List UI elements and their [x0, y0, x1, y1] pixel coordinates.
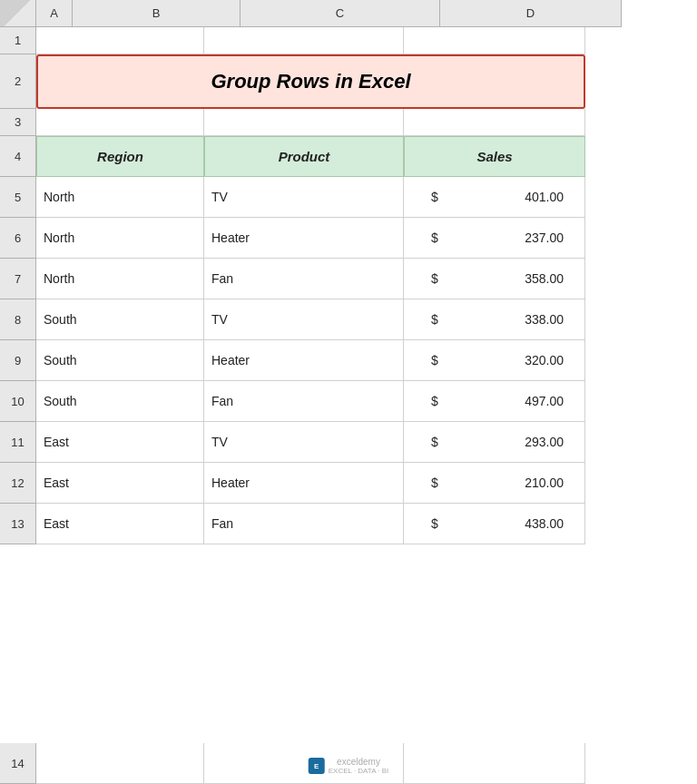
cell-sales-5[interactable]: $ 401.00: [404, 177, 585, 218]
row-header-1: 1: [0, 27, 36, 54]
cell-sales-12[interactable]: $ 210.00: [404, 463, 585, 504]
row-4-headers: 4 Region Product Sales: [0, 136, 697, 177]
dollar-sign-12: $: [431, 475, 438, 490]
header-region: Region: [36, 136, 204, 177]
row-13: 13 East Fan $ 438.00: [0, 504, 697, 544]
row-11: 11 East TV $ 293.00: [0, 422, 697, 463]
row-header-10: 10: [0, 381, 36, 422]
col-header-a: A: [36, 0, 73, 27]
corner-cell: [0, 0, 36, 27]
row-header-9: 9: [0, 340, 36, 381]
header-product: Product: [204, 136, 404, 177]
data-rows: 5 North TV $ 401.00 6 North Heater $ 237…: [0, 177, 697, 743]
row-header-12: 12: [0, 463, 36, 504]
cell-product-7[interactable]: Fan: [204, 259, 404, 299]
sales-amount-11: 293.00: [525, 435, 564, 449]
sales-amount-6: 237.00: [525, 230, 564, 245]
dollar-sign-10: $: [431, 394, 438, 408]
cell-sales-7[interactable]: $ 358.00: [404, 259, 585, 299]
cell-sales-9[interactable]: $ 320.00: [404, 340, 585, 381]
cell-region-7[interactable]: North: [36, 259, 204, 299]
cell-c3[interactable]: [204, 109, 404, 136]
row-header-8: 8: [0, 299, 36, 340]
cell-region-6[interactable]: North: [36, 218, 204, 259]
row-14: 14: [0, 743, 697, 784]
cell-b14[interactable]: [36, 743, 204, 784]
row-7: 7 North Fan $ 358.00: [0, 259, 697, 299]
row-header-5: 5: [0, 177, 36, 218]
dollar-sign-5: $: [431, 190, 438, 204]
cell-region-11[interactable]: East: [36, 422, 204, 463]
header-sales: Sales: [404, 136, 585, 177]
cell-sales-10[interactable]: $ 497.00: [404, 381, 585, 422]
cell-region-10[interactable]: South: [36, 381, 204, 422]
cell-product-12[interactable]: Heater: [204, 463, 404, 504]
col-header-c: C: [241, 0, 440, 27]
cell-d14[interactable]: [404, 743, 585, 784]
row-header-14: 14: [0, 743, 36, 784]
sales-amount-10: 497.00: [525, 394, 564, 408]
cell-sales-6[interactable]: $ 237.00: [404, 218, 585, 259]
cell-c14[interactable]: [204, 743, 404, 784]
cell-b3[interactable]: [36, 109, 204, 136]
cell-product-11[interactable]: TV: [204, 422, 404, 463]
row-6: 6 North Heater $ 237.00: [0, 218, 697, 259]
row-header-4: 4: [0, 136, 36, 177]
grid: A B C D 1 2 Group Rows in Excel 3 4 Regi: [0, 0, 697, 784]
row-header-6: 6: [0, 218, 36, 259]
sales-amount-8: 338.00: [525, 312, 564, 327]
cell-product-9[interactable]: Heater: [204, 340, 404, 381]
row-header-7: 7: [0, 259, 36, 299]
cell-sales-13[interactable]: $ 438.00: [404, 504, 585, 544]
column-headers: A B C D: [0, 0, 697, 27]
cell-region-8[interactable]: South: [36, 299, 204, 340]
row-header-11: 11: [0, 422, 36, 463]
cell-product-13[interactable]: Fan: [204, 504, 404, 544]
sales-amount-12: 210.00: [525, 475, 564, 490]
sales-amount-7: 358.00: [525, 271, 564, 286]
row-8: 8 South TV $ 338.00: [0, 299, 697, 340]
cell-product-6[interactable]: Heater: [204, 218, 404, 259]
row-header-2: 2: [0, 54, 36, 109]
dollar-sign-6: $: [431, 230, 438, 245]
cell-sales-11[interactable]: $ 293.00: [404, 422, 585, 463]
cell-region-13[interactable]: East: [36, 504, 204, 544]
cell-d1[interactable]: [404, 27, 585, 54]
row-2: 2 Group Rows in Excel: [0, 54, 697, 109]
row-9: 9 South Heater $ 320.00: [0, 340, 697, 381]
dollar-sign-13: $: [431, 516, 438, 531]
col-header-b: B: [73, 0, 241, 27]
row-10: 10 South Fan $ 497.00: [0, 381, 697, 422]
row-12: 12 East Heater $ 210.00: [0, 463, 697, 504]
row-1: 1: [0, 27, 697, 54]
cell-d3[interactable]: [404, 109, 585, 136]
spreadsheet: A B C D 1 2 Group Rows in Excel 3 4 Regi: [0, 0, 697, 784]
dollar-sign-11: $: [431, 435, 438, 449]
row-header-3: 3: [0, 109, 36, 136]
dollar-sign-7: $: [431, 271, 438, 286]
cell-product-5[interactable]: TV: [204, 177, 404, 218]
sales-amount-13: 438.00: [525, 516, 564, 531]
cell-c1[interactable]: [204, 27, 404, 54]
col-header-d: D: [440, 0, 622, 27]
row-3: 3: [0, 109, 697, 136]
dollar-sign-9: $: [431, 353, 438, 368]
cell-region-9[interactable]: South: [36, 340, 204, 381]
dollar-sign-8: $: [431, 312, 438, 327]
cell-region-5[interactable]: North: [36, 177, 204, 218]
sales-amount-9: 320.00: [525, 353, 564, 368]
row-5: 5 North TV $ 401.00: [0, 177, 697, 218]
row-header-13: 13: [0, 504, 36, 544]
cell-sales-8[interactable]: $ 338.00: [404, 299, 585, 340]
cell-b1[interactable]: [36, 27, 204, 54]
title-cell: Group Rows in Excel: [36, 54, 585, 109]
sales-amount-5: 401.00: [525, 190, 564, 204]
cell-product-10[interactable]: Fan: [204, 381, 404, 422]
cell-product-8[interactable]: TV: [204, 299, 404, 340]
cell-region-12[interactable]: East: [36, 463, 204, 504]
